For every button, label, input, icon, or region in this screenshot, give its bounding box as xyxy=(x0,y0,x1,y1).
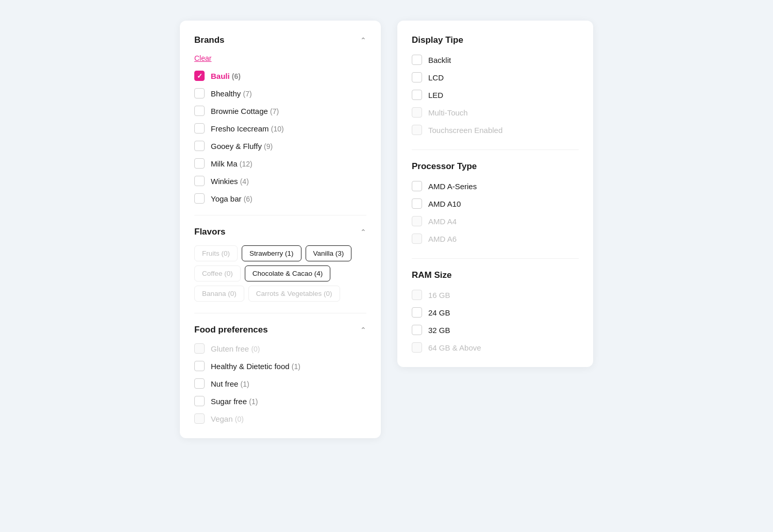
brand-label: Fresho Icecream (10) xyxy=(211,124,284,133)
option-item[interactable]: 24 GB xyxy=(412,307,579,318)
option-label: 32 GB xyxy=(428,326,450,335)
option-label: AMD A4 xyxy=(428,217,457,226)
pref-label: Healthy & Dietetic food (1) xyxy=(211,362,300,371)
pref-item[interactable]: Sugar free (1) xyxy=(194,396,366,406)
processor-type-list: AMD A-Series AMD A10 AMD A4 AMD A6 xyxy=(412,181,579,244)
pref-count: (0) xyxy=(251,345,260,353)
brand-checkbox[interactable] xyxy=(194,123,205,134)
pref-item[interactable]: Nut free (1) xyxy=(194,378,366,389)
brand-item[interactable]: Milk Ma (12) xyxy=(194,158,366,169)
brands-section-header: Brands ⌃ xyxy=(194,35,366,45)
option-checkbox[interactable] xyxy=(412,90,422,100)
brand-item[interactable]: Winkies (4) xyxy=(194,176,366,186)
pref-checkbox xyxy=(194,343,205,354)
option-item: Touchscreen Enabled xyxy=(412,125,579,135)
option-item[interactable]: AMD A-Series xyxy=(412,181,579,191)
option-checkbox[interactable] xyxy=(412,55,422,65)
flavors-chevron-icon[interactable]: ⌃ xyxy=(360,228,366,236)
brand-checkbox[interactable] xyxy=(194,193,205,204)
display-type-title: Display Tipe xyxy=(412,35,579,45)
option-checkbox[interactable] xyxy=(412,198,422,209)
pref-label: Gluten free (0) xyxy=(211,344,260,353)
pref-item[interactable]: Healthy & Dietetic food (1) xyxy=(194,361,366,371)
brand-item[interactable]: Bauli (6) xyxy=(194,71,366,81)
option-checkbox[interactable] xyxy=(412,307,422,318)
option-checkbox xyxy=(412,216,422,226)
brand-item[interactable]: Yoga bar (6) xyxy=(194,193,366,204)
brand-item[interactable]: Bhealthy (7) xyxy=(194,88,366,98)
brand-label: Bhealthy (7) xyxy=(211,89,252,98)
food-prefs-list: Gluten free (0) Healthy & Dietetic food … xyxy=(194,343,366,424)
brand-checkbox[interactable] xyxy=(194,158,205,169)
option-checkbox[interactable] xyxy=(412,325,422,335)
brand-count: (6) xyxy=(244,195,253,203)
option-checkbox xyxy=(412,290,422,300)
flavor-tag: Coffee (0) xyxy=(194,265,241,281)
pref-count: (1) xyxy=(241,380,249,388)
pref-checkbox xyxy=(194,413,205,424)
left-filter-panel: Brands ⌃ Clear Bauli (6) Bhealthy (7) Br… xyxy=(180,21,381,438)
option-checkbox[interactable] xyxy=(412,72,422,82)
brand-item[interactable]: Gooey & Fluffy (9) xyxy=(194,141,366,151)
processor-type-title: Processor Type xyxy=(412,161,579,172)
brand-checkbox[interactable] xyxy=(194,71,205,81)
processor-ram-divider xyxy=(412,258,579,259)
flavor-tag: Banana (0) xyxy=(194,286,244,302)
flavor-tag[interactable]: Strawberry (1) xyxy=(242,245,301,261)
option-item: AMD A4 xyxy=(412,216,579,226)
pref-label: Vegan (0) xyxy=(211,414,244,423)
brand-item[interactable]: Fresho Icecream (10) xyxy=(194,123,366,134)
option-item[interactable]: Backlit xyxy=(412,55,579,65)
flavors-grid: Fruits (0)Strawberry (1)Vanilla (3)Coffe… xyxy=(194,245,366,302)
display-processor-divider xyxy=(412,149,579,150)
pref-checkbox[interactable] xyxy=(194,378,205,389)
option-item[interactable]: 32 GB xyxy=(412,325,579,335)
flavor-tag[interactable]: Chocolate & Cacao (4) xyxy=(245,265,331,281)
option-label: 64 GB & Above xyxy=(428,343,481,352)
option-item[interactable]: LED xyxy=(412,90,579,100)
clear-brands-link[interactable]: Clear xyxy=(194,54,211,62)
option-label: LED xyxy=(428,91,443,99)
brand-checkbox[interactable] xyxy=(194,106,205,116)
option-item[interactable]: LCD xyxy=(412,72,579,82)
brands-chevron-icon[interactable]: ⌃ xyxy=(360,36,366,44)
pref-checkbox[interactable] xyxy=(194,361,205,371)
option-label: Touchscreen Enabled xyxy=(428,126,502,135)
option-item: AMD A6 xyxy=(412,234,579,244)
brand-label: Bauli (6) xyxy=(211,72,241,80)
brand-count: (7) xyxy=(243,90,252,98)
brand-count: (7) xyxy=(270,107,279,115)
flavor-tag: Fruits (0) xyxy=(194,245,238,261)
pref-label: Nut free (1) xyxy=(211,379,249,388)
flavors-section-header: Flavors ⌃ xyxy=(194,227,366,237)
brand-checkbox[interactable] xyxy=(194,141,205,151)
display-type-section: Display Tipe Backlit LCD LED Multi-Touch… xyxy=(412,35,579,135)
option-checkbox xyxy=(412,342,422,353)
flavor-tag[interactable]: Vanilla (3) xyxy=(306,245,352,261)
food-prefs-title: Food preferences xyxy=(194,325,268,335)
option-label: Multi-Touch xyxy=(428,108,468,117)
pref-item: Vegan (0) xyxy=(194,413,366,424)
display-type-list: Backlit LCD LED Multi-Touch Touchscreen … xyxy=(412,55,579,135)
flavors-title: Flavors xyxy=(194,227,225,237)
brand-checkbox[interactable] xyxy=(194,176,205,186)
ram-size-title: RAM Size xyxy=(412,270,579,280)
brand-count: (10) xyxy=(271,125,284,133)
brand-checkbox[interactable] xyxy=(194,88,205,98)
option-item: 64 GB & Above xyxy=(412,342,579,353)
pref-checkbox[interactable] xyxy=(194,396,205,406)
brands-divider xyxy=(194,215,366,215)
brand-item[interactable]: Brownie Cottage (7) xyxy=(194,106,366,116)
food-prefs-chevron-icon[interactable]: ⌃ xyxy=(360,326,366,334)
pref-count: (0) xyxy=(235,415,244,423)
brand-label: Gooey & Fluffy (9) xyxy=(211,142,273,151)
pref-count: (1) xyxy=(249,397,258,406)
option-checkbox[interactable] xyxy=(412,181,422,191)
brand-count: (9) xyxy=(264,142,273,151)
brands-list: Bauli (6) Bhealthy (7) Brownie Cottage (… xyxy=(194,71,366,204)
option-item[interactable]: AMD A10 xyxy=(412,198,579,209)
brands-title: Brands xyxy=(194,35,225,45)
right-filter-panel: Display Tipe Backlit LCD LED Multi-Touch… xyxy=(397,21,593,367)
brand-label: Yoga bar (6) xyxy=(211,194,253,203)
food-prefs-section-header: Food preferences ⌃ xyxy=(194,325,366,335)
